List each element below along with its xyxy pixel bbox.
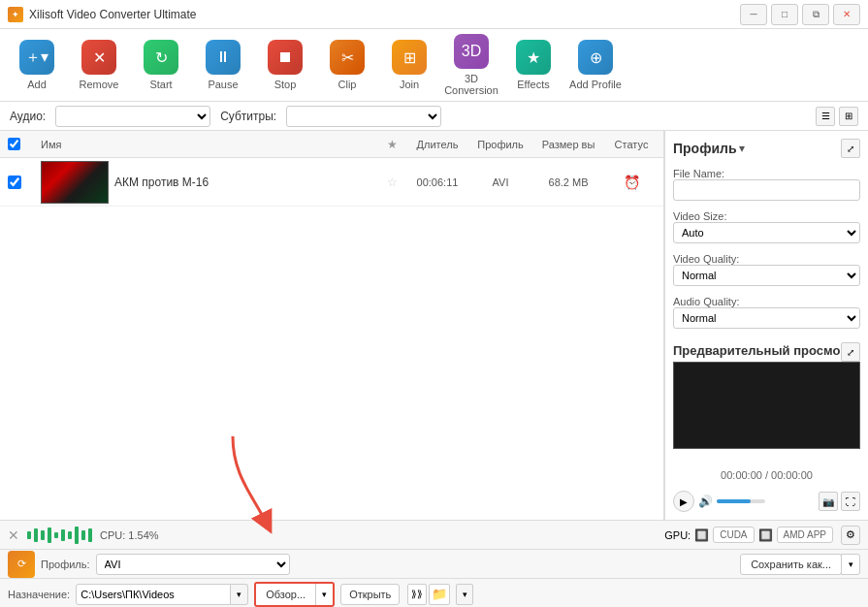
- restore-button[interactable]: ⧉: [802, 4, 829, 25]
- add-button[interactable]: ＋▾ Add: [8, 34, 66, 97]
- effects-button[interactable]: ★ Effects: [504, 34, 563, 97]
- wave-bar-8: [75, 527, 79, 544]
- table-row[interactable]: АКМ против М-16 ☆ 00:06:11 AVI 68.2 MB ⏰: [0, 158, 663, 207]
- 3d-label: 3D Conversion: [442, 73, 500, 96]
- col-star-header: ★: [380, 138, 403, 151]
- profile-format-select[interactable]: AVI: [96, 554, 290, 575]
- dest-path-dropdown-button[interactable]: ▾: [231, 584, 248, 605]
- col-size-header: Размер вы: [530, 139, 607, 150]
- thumbnail-image: [42, 162, 108, 203]
- audio-select[interactable]: [55, 106, 210, 127]
- nav-buttons: ⟫⟫ 📁: [407, 584, 450, 605]
- file-list-area: Имя ★ Длитель Профиль Размер вы Статус А…: [0, 131, 664, 520]
- wave-bar-4: [48, 527, 51, 543]
- file-star[interactable]: ☆: [380, 176, 403, 189]
- preview-controls: ▶ 🔊 📷 ⛶: [673, 491, 860, 512]
- wave-bar-5: [54, 532, 58, 538]
- select-all-checkbox[interactable]: [8, 138, 20, 150]
- col-name-header: Имя: [37, 139, 380, 150]
- toolbar: ＋▾ Add ✕ Remove ↻ Start ⏸ Pause ⏹ Stop ✂…: [0, 29, 868, 102]
- clip-button[interactable]: ✂ Clip: [318, 34, 376, 97]
- volume-icon[interactable]: 🔊: [698, 495, 713, 508]
- video-size-select[interactable]: Auto: [673, 222, 860, 243]
- cuda-button[interactable]: CUDA: [713, 527, 754, 543]
- settings-button[interactable]: ⚙: [841, 526, 860, 545]
- pause-button[interactable]: ⏸ Pause: [194, 34, 252, 97]
- audio-quality-section: Audio Quality: Normal: [673, 292, 860, 329]
- dest-input-wrap: ▾: [76, 584, 248, 605]
- row-checkbox[interactable]: [8, 176, 21, 189]
- dest-end-dropdown-button[interactable]: ▾: [456, 584, 473, 605]
- subtitle-label: Субтитры:: [220, 110, 276, 123]
- join-icon: ⊞: [392, 40, 427, 75]
- audio-quality-select[interactable]: Normal: [673, 307, 860, 329]
- file-duration: 00:06:11: [403, 176, 471, 188]
- grid-view-button[interactable]: ⊞: [839, 107, 858, 126]
- col-duration-header: Длитель: [403, 139, 471, 150]
- add-profile-button[interactable]: ⊕ Add Profile: [566, 34, 625, 97]
- maximize-button[interactable]: □: [771, 4, 798, 25]
- start-icon: ↻: [144, 40, 178, 75]
- screenshot-button[interactable]: 📷: [819, 492, 838, 511]
- app-icon: ✦: [8, 7, 23, 22]
- minimize-button[interactable]: ─: [740, 4, 767, 25]
- file-name-input[interactable]: [673, 179, 860, 201]
- table-header: Имя ★ Длитель Профиль Размер вы Статус: [0, 131, 663, 158]
- wave-bar-2: [34, 528, 38, 542]
- col-check: [8, 138, 37, 150]
- filter-bar: Аудио: Субтитры: ☰ ⊞: [0, 102, 868, 131]
- file-name-cell: АКМ против М-16: [37, 161, 380, 204]
- preview-play-button[interactable]: ▶: [673, 491, 694, 512]
- list-view-button[interactable]: ☰: [816, 107, 835, 126]
- stop-button[interactable]: ⏹ Stop: [256, 34, 314, 97]
- amd-button[interactable]: AMD APP: [777, 527, 833, 543]
- volume-bar[interactable]: [717, 499, 765, 503]
- convert-icon-button[interactable]: ⟳: [8, 551, 35, 578]
- gpu-amd-icon: 🔲: [758, 528, 773, 542]
- join-button[interactable]: ⊞ Join: [380, 34, 438, 97]
- bottom-bar: ✕ CPU: 1.54% GPU: 🔲 CUDA 🔲 AMD APP ⚙: [0, 520, 868, 549]
- panel-header: Профиль ▾ ⤢: [673, 139, 860, 158]
- window-controls: ─ □ ⧉ ✕: [740, 4, 860, 25]
- 3d-conversion-button[interactable]: 3D 3D Conversion: [442, 34, 500, 97]
- file-name: АКМ против М-16: [114, 176, 209, 189]
- file-name-section: File Name:: [673, 164, 860, 201]
- destination-path-input[interactable]: [76, 584, 231, 605]
- col-profile-header: Профиль: [471, 139, 530, 150]
- remove-icon: ✕: [81, 40, 116, 75]
- effects-icon: ★: [516, 40, 551, 75]
- browse-button[interactable]: Обзор...: [256, 584, 315, 605]
- col-status-header: Статус: [607, 139, 656, 150]
- save-dropdown-button[interactable]: ▾: [841, 554, 860, 575]
- subtitle-select[interactable]: [286, 106, 441, 127]
- remove-button[interactable]: ✕ Remove: [70, 34, 128, 97]
- pause-icon: ⏸: [206, 40, 241, 75]
- audio-label: Аудио:: [10, 110, 46, 123]
- wave-bar-3: [41, 530, 45, 540]
- video-quality-select[interactable]: Normal: [673, 265, 860, 286]
- close-button[interactable]: ✕: [833, 4, 860, 25]
- nav-left-button[interactable]: ⟫⟫: [407, 584, 427, 605]
- folder-icon-button[interactable]: 📁: [429, 584, 450, 605]
- add-label: Add: [27, 79, 47, 90]
- start-button[interactable]: ↻ Start: [132, 34, 190, 97]
- open-folder-button[interactable]: Открыть: [340, 584, 400, 605]
- playback-time-display: 00:00:00 / 00:00:00: [673, 469, 860, 481]
- list-controls: ☰ ⊞: [816, 107, 858, 126]
- wave-bar-7: [68, 531, 72, 539]
- cpu-info: CPU: 1.54%: [100, 529, 159, 541]
- video-size-section: Video Size: Auto: [673, 207, 860, 243]
- save-as-button[interactable]: Сохранить как...: [740, 554, 842, 575]
- profile-label-text: Профиль:: [41, 559, 90, 570]
- video-quality-section: Video Quality: Normal: [673, 249, 860, 286]
- preview-expand-button[interactable]: ⤢: [841, 342, 860, 362]
- gpu-label: GPU:: [664, 529, 691, 541]
- preview-title: Предварительный просмо: [673, 343, 840, 358]
- panel-expand-button[interactable]: ⤢: [841, 139, 860, 158]
- fullscreen-button[interactable]: ⛶: [841, 492, 860, 511]
- destination-label: Назначение:: [8, 589, 70, 600]
- profile-dropdown-icon[interactable]: ▾: [739, 142, 745, 155]
- wave-bar-10: [88, 528, 92, 542]
- close-waveform-button[interactable]: ✕: [8, 527, 19, 543]
- browse-dropdown-button[interactable]: ▾: [315, 584, 333, 605]
